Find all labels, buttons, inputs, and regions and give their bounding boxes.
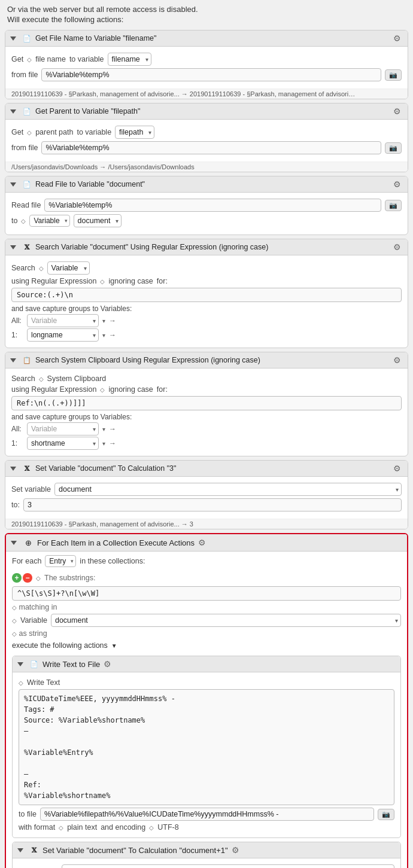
ignoring-label: ignoring case [108,385,153,394]
set-row: Set variable document [19,864,394,868]
gear-icon[interactable]: ⚙ [393,179,403,189]
set-variable-3-body: Set variable document to: 3 [5,477,408,519]
capture-all-dropdown[interactable]: Variable [27,314,99,327]
remove-button[interactable]: − [23,573,32,583]
collection-icon: ⊕ [23,537,34,548]
format-row: with format ◇ plain text and encoding ◇ … [19,823,394,832]
variable-dropdown[interactable]: document [51,614,401,627]
for-label: for: [157,277,168,285]
capture-1-dropdown[interactable]: longname [27,328,99,342]
property-label: parent path [35,128,73,136]
write-text-content[interactable]: %ICUDateTime%EEE, yyyymmddHHmmss% - Tags… [19,689,394,805]
get-row: Get ◇ parent path to variable filepath [11,126,402,139]
get-row: Get ◇ file name to variable filename [11,53,402,66]
read-label: Read file [11,201,41,209]
camera-button[interactable]: 📷 [385,200,402,211]
variable-dropdown[interactable]: document [54,483,402,496]
gear-icon[interactable]: ⚙ [393,106,403,116]
search-type-dropdown[interactable]: Variable [47,261,90,275]
to-label: to [11,217,17,225]
from-file-row: from file %Variable%temp% 📷 [11,68,402,81]
variable-value-dropdown[interactable]: document [74,214,122,227]
search-type: System Clipboard [47,374,107,383]
in-label: in these collections: [80,557,145,565]
matching-label: matching in [19,603,57,611]
write-text-body: ◇ Write Text %ICUDateTime%EEE, yyyymmddH… [13,672,400,837]
execute-label: execute the following actions [12,641,108,650]
to-row: to: 3 [11,498,402,511]
capture-1-row: 1: longname ▾ → [11,328,402,342]
variable-label: Variable [20,616,47,625]
path-breadcrumb: /Users/jasondavis/Downloads → /Users/jas… [5,162,408,172]
collapse-triangle[interactable] [10,245,16,249]
capture-1-label: 1: [11,331,23,339]
entry-dropdown[interactable]: Entry [45,555,76,567]
gear-icon[interactable]: ⚙ [393,355,403,365]
variable-row: ◇ Variable document [6,613,407,628]
capture-all-label: All: [11,316,23,325]
collapse-triangle[interactable] [11,541,17,545]
substrings-row: + − ◇ The substrings: [6,571,407,585]
camera-button[interactable]: 📷 [385,69,402,81]
ignoring-label: ignoring case [108,277,153,285]
get-label: Get [11,128,23,136]
capture-1-dropdown[interactable]: shortname [27,437,99,450]
search-label: Search [11,374,35,383]
arrow-right-icon: → [109,316,116,325]
collapse-triangle[interactable] [10,36,16,41]
arrow-right-icon: → [109,425,116,433]
read-file-body: Read file %Variable%temp% 📷 to ◇ Variabl… [5,193,408,234]
variable-type-dropdown[interactable]: Variable [29,215,69,227]
get-parent-body: Get ◇ parent path to variable filepath f… [5,120,408,162]
read-file-input[interactable]: %Variable%temp% [44,199,381,212]
gear-icon[interactable]: ⚙ [232,845,241,855]
top-line1: Or via the web server but all remote acc… [7,5,406,14]
search-variable-header: 𝕏 Search Variable "document" Using Regul… [5,239,408,255]
encoding-value: UTF-8 [157,823,178,832]
for-each-row: For each Entry in these collections: [6,552,407,571]
gear-icon[interactable]: ⚙ [393,242,403,252]
camera-button[interactable]: 📷 [378,809,394,820]
to-var-label: to variable [77,128,111,136]
from-file-label: from file [11,71,38,79]
camera-button[interactable]: 📷 [385,142,402,154]
gear-icon[interactable]: ⚙ [198,538,208,547]
top-line2: Will execute the following actions: [7,15,406,24]
regex-pattern[interactable]: Source:(.+)\n [11,288,402,302]
capture-1-label: 1: [11,439,23,447]
for-each-title: For Each Item in a Collection Execute Ac… [37,538,195,547]
write-text-title: Write Text to File [42,660,100,669]
collapse-triangle[interactable] [10,182,16,187]
using-row: using Regular Expression ◇ ignoring case… [11,385,402,394]
collapse-triangle[interactable] [10,467,16,471]
write-text-block: 📄 Write Text to File ⚙ ◇ Write Text %ICU… [12,656,401,838]
gear-icon[interactable]: ⚙ [393,33,403,43]
add-remove-buttons: + − [12,573,32,583]
for-each-header: ⊕ For Each Item in a Collection Execute … [6,534,407,552]
gear-icon[interactable]: ⚙ [393,464,403,473]
substring-pattern[interactable]: ^\S[\s\S]+?\n[\w\W] [12,586,401,601]
capture-all-dropdown[interactable]: Variable [27,422,99,435]
file-input[interactable]: %Variable%temp% [41,141,381,154]
arrow-right-icon: → [109,331,116,339]
using-row: using Regular Expression ◇ ignoring case… [11,277,402,285]
from-file-label: from file [11,144,38,152]
to-file-row: to file %Variable%filepath%/%Value%ICUDa… [19,808,394,821]
variable-dropdown[interactable]: document [62,864,394,868]
calc-input[interactable]: 3 [23,498,402,511]
read-file-title: Read File to Variable "document" [35,180,390,188]
regex-pattern[interactable]: Ref:\n(.(.+))]]] [11,396,402,410]
collapse-triangle[interactable] [17,662,23,666]
collapse-triangle[interactable] [10,109,16,114]
file-input[interactable]: %Variable%temp% [41,68,381,81]
collapse-triangle[interactable] [17,848,23,852]
add-button[interactable]: + [12,573,22,583]
variable-dropdown[interactable]: filename [108,53,151,66]
variable-icon: 𝕏 [29,845,39,855]
matching-row: ◇ matching in [6,602,407,613]
to-file-input[interactable]: %Variable%filepath%/%Value%ICUDateTime%y… [40,808,374,821]
capture-label: and save capture groups to Variables: [11,304,402,313]
gear-icon[interactable]: ⚙ [104,659,113,669]
variable-dropdown[interactable]: filepath [115,126,154,139]
collapse-triangle[interactable] [10,358,16,363]
